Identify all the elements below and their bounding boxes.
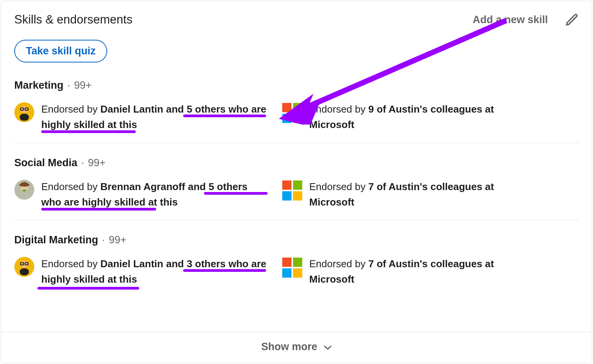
endorsement-row: Endorsed by Brennan Agranoff and 5 other… <box>14 179 579 210</box>
endorsement-text: Endorsed by Daniel Lantin and 3 others w… <box>41 256 267 287</box>
skill-block: Marketing · 99+ Endorsed by Daniel Lanti… <box>14 79 579 143</box>
skills-card: Skills & endorsements Add a new skill Ta… <box>1 1 592 363</box>
endorser-avatar <box>14 102 34 122</box>
svg-rect-10 <box>20 268 29 275</box>
header-actions: Add a new skill <box>473 13 579 27</box>
annotation-underline <box>204 192 268 195</box>
annotation-underline <box>41 208 156 211</box>
endorser-avatar <box>14 180 34 200</box>
skill-heading[interactable]: Marketing · 99+ <box>14 79 579 91</box>
endorsement-row: Endorsed by Daniel Lantin and 3 others w… <box>14 256 579 287</box>
skill-heading[interactable]: Social Media · 99+ <box>14 157 579 169</box>
separator-dot: · <box>102 234 105 246</box>
endorsed-by-colleagues[interactable]: Endorsed by 7 of Austin's colleagues at … <box>282 256 535 287</box>
skill-heading[interactable]: Digital Marketing · 99+ <box>14 234 579 246</box>
endorsement-text: Endorsed by 9 of Austin's colleagues at … <box>309 101 535 133</box>
svg-point-9 <box>21 261 28 268</box>
section-title: Skills & endorsements <box>14 13 133 27</box>
microsoft-logo-icon <box>282 258 302 278</box>
separator-dot: · <box>81 157 84 169</box>
endorsement-text: Endorsed by Brennan Agranoff and 5 other… <box>41 179 267 210</box>
endorsement-count: 99+ <box>88 157 106 169</box>
svg-point-1 <box>21 106 28 113</box>
annotation-underline <box>183 269 266 272</box>
skill-block: Digital Marketing · 99+ Endorsed by Dani… <box>14 234 579 297</box>
show-more-label: Show more <box>261 341 317 352</box>
annotation-underline <box>183 115 266 117</box>
section-header: Skills & endorsements Add a new skill <box>14 13 579 27</box>
microsoft-logo-icon <box>282 180 302 201</box>
skill-block: Social Media · 99+ Endorsed by Brennan A… <box>14 157 579 221</box>
svg-rect-2 <box>20 114 29 121</box>
endorsement-text: Endorsed by 7 of Austin's colleagues at … <box>309 179 535 210</box>
microsoft-logo-icon <box>282 103 302 123</box>
endorsed-by-people[interactable]: Endorsed by Daniel Lantin and 5 others w… <box>14 101 267 133</box>
endorsement-row: Endorsed by Daniel Lantin and 5 others w… <box>14 101 579 133</box>
skill-name: Marketing <box>14 79 64 91</box>
separator-dot: · <box>67 79 71 91</box>
endorsement-text: Endorsed by 7 of Austin's colleagues at … <box>309 256 535 287</box>
add-skill-link[interactable]: Add a new skill <box>473 14 548 26</box>
endorsement-count: 99+ <box>74 79 92 91</box>
endorsed-by-colleagues[interactable]: Endorsed by 7 of Austin's colleagues at … <box>282 179 535 210</box>
take-skill-quiz-button[interactable]: Take skill quiz <box>14 40 107 62</box>
annotation-underline <box>41 130 136 133</box>
svg-point-7 <box>22 189 26 192</box>
edit-icon[interactable] <box>565 13 579 27</box>
show-more-button[interactable]: Show more <box>1 332 592 363</box>
chevron-down-icon <box>323 341 332 353</box>
endorsed-by-colleagues[interactable]: Endorsed by 9 of Austin's colleagues at … <box>282 101 535 133</box>
skill-name: Digital Marketing <box>14 234 98 246</box>
endorsed-by-people[interactable]: Endorsed by Brennan Agranoff and 5 other… <box>14 179 267 210</box>
annotation-underline <box>37 287 139 290</box>
endorsement-text: Endorsed by Daniel Lantin and 5 others w… <box>41 101 267 133</box>
endorsement-count: 99+ <box>109 234 126 246</box>
endorsed-by-people[interactable]: Endorsed by Daniel Lantin and 3 others w… <box>14 256 267 287</box>
skill-name: Social Media <box>14 157 77 169</box>
endorser-avatar <box>14 257 34 277</box>
